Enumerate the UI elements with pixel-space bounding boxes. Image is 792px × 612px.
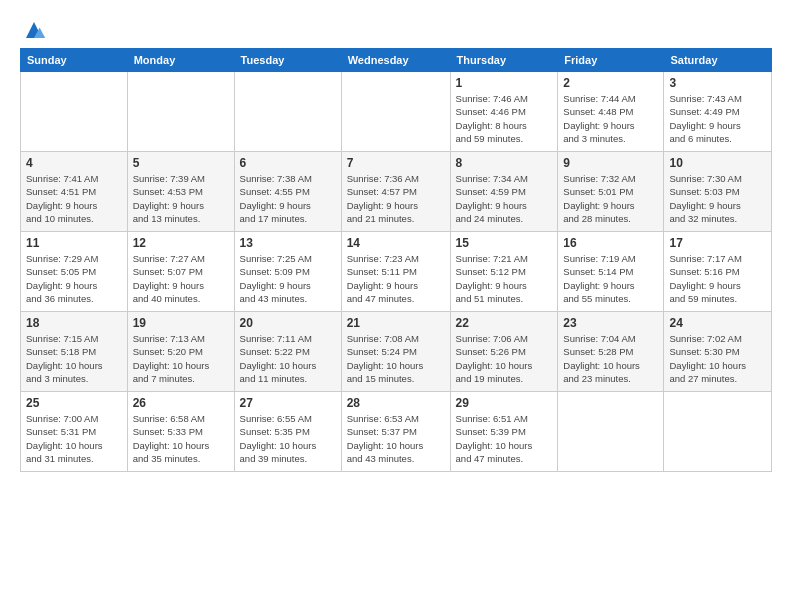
day-info: Sunrise: 7:38 AM Sunset: 4:55 PM Dayligh…: [240, 172, 336, 225]
day-number: 20: [240, 316, 336, 330]
calendar-week-2: 4Sunrise: 7:41 AM Sunset: 4:51 PM Daylig…: [21, 152, 772, 232]
day-info: Sunrise: 7:04 AM Sunset: 5:28 PM Dayligh…: [563, 332, 658, 385]
day-number: 25: [26, 396, 122, 410]
calendar-week-4: 18Sunrise: 7:15 AM Sunset: 5:18 PM Dayli…: [21, 312, 772, 392]
calendar-cell: 6Sunrise: 7:38 AM Sunset: 4:55 PM Daylig…: [234, 152, 341, 232]
calendar-cell: 18Sunrise: 7:15 AM Sunset: 5:18 PM Dayli…: [21, 312, 128, 392]
calendar-cell: 24Sunrise: 7:02 AM Sunset: 5:30 PM Dayli…: [664, 312, 772, 392]
day-info: Sunrise: 6:51 AM Sunset: 5:39 PM Dayligh…: [456, 412, 553, 465]
day-number: 5: [133, 156, 229, 170]
day-info: Sunrise: 7:17 AM Sunset: 5:16 PM Dayligh…: [669, 252, 766, 305]
day-number: 14: [347, 236, 445, 250]
weekday-header-monday: Monday: [127, 49, 234, 72]
calendar-week-5: 25Sunrise: 7:00 AM Sunset: 5:31 PM Dayli…: [21, 392, 772, 472]
day-info: Sunrise: 7:41 AM Sunset: 4:51 PM Dayligh…: [26, 172, 122, 225]
day-number: 3: [669, 76, 766, 90]
calendar-cell: 1Sunrise: 7:46 AM Sunset: 4:46 PM Daylig…: [450, 72, 558, 152]
day-info: Sunrise: 7:13 AM Sunset: 5:20 PM Dayligh…: [133, 332, 229, 385]
day-info: Sunrise: 7:46 AM Sunset: 4:46 PM Dayligh…: [456, 92, 553, 145]
weekday-header-row: SundayMondayTuesdayWednesdayThursdayFrid…: [21, 49, 772, 72]
day-number: 17: [669, 236, 766, 250]
calendar-cell: 9Sunrise: 7:32 AM Sunset: 5:01 PM Daylig…: [558, 152, 664, 232]
weekday-header-thursday: Thursday: [450, 49, 558, 72]
calendar-week-1: 1Sunrise: 7:46 AM Sunset: 4:46 PM Daylig…: [21, 72, 772, 152]
day-info: Sunrise: 7:15 AM Sunset: 5:18 PM Dayligh…: [26, 332, 122, 385]
day-info: Sunrise: 6:53 AM Sunset: 5:37 PM Dayligh…: [347, 412, 445, 465]
day-number: 22: [456, 316, 553, 330]
day-number: 28: [347, 396, 445, 410]
day-number: 15: [456, 236, 553, 250]
logo: [20, 18, 46, 42]
day-info: Sunrise: 7:27 AM Sunset: 5:07 PM Dayligh…: [133, 252, 229, 305]
day-number: 12: [133, 236, 229, 250]
day-number: 7: [347, 156, 445, 170]
calendar-cell: 28Sunrise: 6:53 AM Sunset: 5:37 PM Dayli…: [341, 392, 450, 472]
weekday-header-sunday: Sunday: [21, 49, 128, 72]
calendar-cell: 25Sunrise: 7:00 AM Sunset: 5:31 PM Dayli…: [21, 392, 128, 472]
weekday-header-tuesday: Tuesday: [234, 49, 341, 72]
page: SundayMondayTuesdayWednesdayThursdayFrid…: [0, 0, 792, 482]
calendar-cell: 20Sunrise: 7:11 AM Sunset: 5:22 PM Dayli…: [234, 312, 341, 392]
calendar-cell: 13Sunrise: 7:25 AM Sunset: 5:09 PM Dayli…: [234, 232, 341, 312]
day-number: 29: [456, 396, 553, 410]
calendar-cell: 4Sunrise: 7:41 AM Sunset: 4:51 PM Daylig…: [21, 152, 128, 232]
calendar-cell: 22Sunrise: 7:06 AM Sunset: 5:26 PM Dayli…: [450, 312, 558, 392]
weekday-header-friday: Friday: [558, 49, 664, 72]
calendar-cell: 23Sunrise: 7:04 AM Sunset: 5:28 PM Dayli…: [558, 312, 664, 392]
calendar-week-3: 11Sunrise: 7:29 AM Sunset: 5:05 PM Dayli…: [21, 232, 772, 312]
calendar-table: SundayMondayTuesdayWednesdayThursdayFrid…: [20, 48, 772, 472]
day-number: 11: [26, 236, 122, 250]
day-info: Sunrise: 7:23 AM Sunset: 5:11 PM Dayligh…: [347, 252, 445, 305]
weekday-header-wednesday: Wednesday: [341, 49, 450, 72]
calendar-cell: 26Sunrise: 6:58 AM Sunset: 5:33 PM Dayli…: [127, 392, 234, 472]
day-number: 24: [669, 316, 766, 330]
weekday-header-saturday: Saturday: [664, 49, 772, 72]
day-number: 8: [456, 156, 553, 170]
day-number: 27: [240, 396, 336, 410]
day-number: 10: [669, 156, 766, 170]
calendar-cell: [664, 392, 772, 472]
day-number: 9: [563, 156, 658, 170]
day-number: 6: [240, 156, 336, 170]
calendar-cell: 15Sunrise: 7:21 AM Sunset: 5:12 PM Dayli…: [450, 232, 558, 312]
day-info: Sunrise: 7:29 AM Sunset: 5:05 PM Dayligh…: [26, 252, 122, 305]
calendar-cell: [234, 72, 341, 152]
calendar-cell: 3Sunrise: 7:43 AM Sunset: 4:49 PM Daylig…: [664, 72, 772, 152]
calendar-cell: [127, 72, 234, 152]
calendar-cell: 2Sunrise: 7:44 AM Sunset: 4:48 PM Daylig…: [558, 72, 664, 152]
day-number: 1: [456, 76, 553, 90]
day-info: Sunrise: 7:02 AM Sunset: 5:30 PM Dayligh…: [669, 332, 766, 385]
day-number: 2: [563, 76, 658, 90]
day-number: 23: [563, 316, 658, 330]
calendar-cell: 11Sunrise: 7:29 AM Sunset: 5:05 PM Dayli…: [21, 232, 128, 312]
day-info: Sunrise: 7:06 AM Sunset: 5:26 PM Dayligh…: [456, 332, 553, 385]
day-info: Sunrise: 7:08 AM Sunset: 5:24 PM Dayligh…: [347, 332, 445, 385]
calendar-cell: [341, 72, 450, 152]
day-info: Sunrise: 7:11 AM Sunset: 5:22 PM Dayligh…: [240, 332, 336, 385]
day-number: 16: [563, 236, 658, 250]
calendar-cell: 12Sunrise: 7:27 AM Sunset: 5:07 PM Dayli…: [127, 232, 234, 312]
day-number: 18: [26, 316, 122, 330]
calendar-cell: 7Sunrise: 7:36 AM Sunset: 4:57 PM Daylig…: [341, 152, 450, 232]
calendar-cell: 16Sunrise: 7:19 AM Sunset: 5:14 PM Dayli…: [558, 232, 664, 312]
logo-icon: [22, 18, 46, 42]
calendar-cell: 14Sunrise: 7:23 AM Sunset: 5:11 PM Dayli…: [341, 232, 450, 312]
day-number: 21: [347, 316, 445, 330]
day-info: Sunrise: 7:43 AM Sunset: 4:49 PM Dayligh…: [669, 92, 766, 145]
day-info: Sunrise: 6:55 AM Sunset: 5:35 PM Dayligh…: [240, 412, 336, 465]
day-number: 13: [240, 236, 336, 250]
calendar-cell: [558, 392, 664, 472]
day-number: 4: [26, 156, 122, 170]
day-info: Sunrise: 6:58 AM Sunset: 5:33 PM Dayligh…: [133, 412, 229, 465]
calendar-cell: 27Sunrise: 6:55 AM Sunset: 5:35 PM Dayli…: [234, 392, 341, 472]
day-info: Sunrise: 7:30 AM Sunset: 5:03 PM Dayligh…: [669, 172, 766, 225]
day-number: 26: [133, 396, 229, 410]
day-info: Sunrise: 7:44 AM Sunset: 4:48 PM Dayligh…: [563, 92, 658, 145]
day-info: Sunrise: 7:34 AM Sunset: 4:59 PM Dayligh…: [456, 172, 553, 225]
day-info: Sunrise: 7:21 AM Sunset: 5:12 PM Dayligh…: [456, 252, 553, 305]
day-info: Sunrise: 7:32 AM Sunset: 5:01 PM Dayligh…: [563, 172, 658, 225]
day-number: 19: [133, 316, 229, 330]
header: [20, 18, 772, 42]
day-info: Sunrise: 7:00 AM Sunset: 5:31 PM Dayligh…: [26, 412, 122, 465]
calendar-cell: 17Sunrise: 7:17 AM Sunset: 5:16 PM Dayli…: [664, 232, 772, 312]
